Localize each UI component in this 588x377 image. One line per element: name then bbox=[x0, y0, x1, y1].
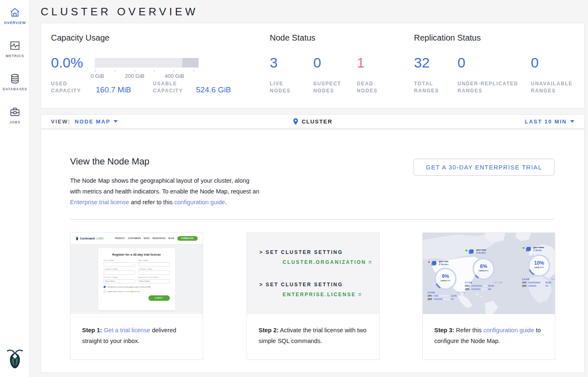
page-title: CLUSTER OVERVIEW bbox=[41, 5, 198, 18]
step-1-caption: Step 1: Get a trial license delivered st… bbox=[70, 314, 203, 346]
site-nav-item: CUSTOMERS bbox=[128, 237, 141, 239]
view-bar: VIEW: NODE MAP CLUSTER LAST 10 MIN bbox=[41, 114, 585, 128]
node-icon bbox=[469, 249, 474, 253]
capacity-bar bbox=[95, 58, 198, 68]
step-2-caption: Step 2: Activate the trial license with … bbox=[247, 314, 379, 346]
sidebar-item-label: JOBS bbox=[10, 120, 21, 124]
replication-status-title: Replication Status bbox=[414, 33, 481, 43]
sql-commands-illustration: > SET CLUSTER SETTING CLUSTER.ORGANIZATI… bbox=[247, 233, 379, 314]
jobs-icon bbox=[10, 106, 20, 117]
map-node-sfo: geo=sfo2 Nodes 9% CAPACITY 3.2 GiB351 Gi… bbox=[428, 260, 465, 300]
databases-icon bbox=[10, 73, 20, 84]
node-map-heading: View the Node Map bbox=[70, 156, 150, 167]
configuration-guide-link[interactable]: configuration guide bbox=[174, 199, 225, 205]
sidebar-item-databases[interactable]: DATABASES bbox=[0, 73, 30, 91]
step-1-card: Cockroach LABS PRODUCT CUSTOMERS DOCS RE… bbox=[70, 232, 203, 360]
enterprise-trial-button[interactable]: GET A 30-DAY ENTERPRISE TRIAL bbox=[414, 159, 554, 176]
sidebar-item-label: METRICS bbox=[6, 54, 24, 58]
node-map-preview: geo=sfo2 Nodes 9% CAPACITY 3.2 GiB351 Gi… bbox=[423, 233, 555, 314]
usable-capacity-label: USABLE CAPACITY bbox=[153, 80, 189, 94]
capacity-axis-tick: 200 GiB bbox=[125, 73, 145, 79]
step-3-card: geo=sfo2 Nodes 9% CAPACITY 3.2 GiB351 Gi… bbox=[422, 232, 555, 360]
breadcrumb: CLUSTER bbox=[41, 118, 584, 125]
site-nav-item: PRODUCT bbox=[115, 237, 125, 239]
total-ranges-value: 32 bbox=[414, 55, 430, 71]
under-replicated-ranges-value: 0 bbox=[457, 55, 465, 71]
configuration-guide-link[interactable]: configuration guide bbox=[483, 327, 534, 334]
suspect-nodes-value: 0 bbox=[313, 55, 321, 71]
dead-nodes-label: DEAD NODES bbox=[357, 80, 382, 94]
cluster-overview-page: OVERVIEW METRICS DATABASES JOBS bbox=[0, 0, 588, 377]
site-nav-item: DOCS bbox=[144, 237, 150, 239]
suspect-nodes-label: SUSPECT NODES bbox=[313, 80, 347, 94]
description-text: and refer to this bbox=[129, 199, 174, 205]
sidebar-item-metrics[interactable]: METRICS bbox=[0, 40, 30, 58]
capacity-bar-reserved-segment bbox=[182, 58, 198, 68]
site-download-button: DOWNLOAD bbox=[177, 236, 198, 241]
cockroach-labs-brand: Cockroach LABS bbox=[75, 236, 104, 241]
node-status-warning-icon bbox=[428, 261, 431, 263]
node-icon bbox=[432, 261, 436, 265]
cluster-summary-panel: Capacity Usage 0.0% 0 GiB 200 GiB 400 Gi… bbox=[41, 23, 585, 109]
sidebar-item-label: OVERVIEW bbox=[4, 21, 26, 25]
get-trial-license-link[interactable]: Get a trial license bbox=[104, 327, 150, 334]
description-text: The Node Map shows the geographical layo… bbox=[70, 177, 259, 195]
trial-form-title: Register for a 30-day trial license bbox=[104, 253, 170, 256]
site-submit-button: SUBMIT bbox=[148, 295, 170, 301]
checkbox-icon bbox=[104, 290, 106, 292]
sidebar-item-overview[interactable]: OVERVIEW bbox=[0, 7, 30, 25]
node-map-panel: View the Node Map The Node Map shows the… bbox=[41, 129, 585, 373]
step-2-card: > SET CLUSTER SETTING CLUSTER.ORGANIZATI… bbox=[247, 232, 380, 360]
description-text: . bbox=[225, 199, 227, 205]
breadcrumb-cluster: CLUSTER bbox=[302, 118, 332, 125]
usable-capacity-value: 524.6 GiB bbox=[196, 85, 231, 94]
sidebar-item-label: DATABASES bbox=[2, 87, 27, 91]
site-nav-item: RESOURCES bbox=[152, 237, 165, 239]
site-nav-item: BLOG bbox=[168, 237, 174, 239]
capacity-usage-title: Capacity Usage bbox=[51, 33, 109, 43]
map-node-ams: geo=ams1 Node 10% CAPACITY 3.6 GiB36.4 G… bbox=[522, 246, 555, 287]
capacity-percent: 0.0% bbox=[51, 55, 83, 71]
map-pin-icon bbox=[293, 118, 298, 125]
metrics-icon bbox=[10, 40, 20, 51]
capacity-axis-tick: 400 GiB bbox=[165, 73, 184, 79]
cockroach-logo bbox=[7, 348, 23, 370]
checkbox-checked-icon bbox=[104, 286, 106, 288]
live-nodes-label: LIVE NODES bbox=[270, 80, 300, 94]
dead-nodes-value: 1 bbox=[357, 55, 365, 71]
time-range-value: LAST 10 MIN bbox=[525, 118, 567, 125]
node-icon bbox=[527, 247, 531, 251]
unavailable-ranges-value: 0 bbox=[531, 55, 539, 71]
node-status-ok-icon bbox=[522, 247, 525, 249]
home-icon bbox=[10, 7, 20, 18]
sidebar: OVERVIEW METRICS DATABASES JOBS bbox=[0, 0, 30, 377]
total-ranges-label: TOTAL RANGES bbox=[414, 80, 444, 94]
used-capacity-value: 160.7 MiB bbox=[96, 85, 131, 94]
unavailable-ranges-label: UNAVAILABLE RANGES bbox=[531, 80, 581, 94]
node-status-ok-icon bbox=[465, 249, 468, 252]
time-range-dropdown[interactable]: LAST 10 MIN bbox=[525, 118, 574, 125]
capacity-axis-tick: 0 GiB bbox=[91, 73, 104, 79]
trial-site-screenshot: Cockroach LABS PRODUCT CUSTOMERS DOCS RE… bbox=[70, 233, 203, 314]
enterprise-trial-license-link[interactable]: Enterprise trial license bbox=[70, 199, 129, 205]
used-capacity-label: USED CAPACITY bbox=[51, 80, 87, 94]
divider bbox=[70, 219, 554, 220]
sidebar-item-jobs[interactable]: JOBS bbox=[0, 106, 30, 124]
step-3-caption: Step 3: Refer this configuration guide t… bbox=[423, 314, 555, 346]
map-node-nyc: geo=nyc2 Nodes 6% CAPACITY 3.7 GiB43.7 G… bbox=[465, 249, 502, 290]
node-status-title: Node Status bbox=[270, 33, 315, 43]
chevron-down-icon bbox=[570, 120, 574, 123]
live-nodes-value: 3 bbox=[270, 55, 278, 71]
node-map-description: The Node Map shows the geographical layo… bbox=[70, 175, 261, 208]
under-replicated-ranges-label: UNDER-REPLICATED RANGES bbox=[457, 80, 526, 94]
